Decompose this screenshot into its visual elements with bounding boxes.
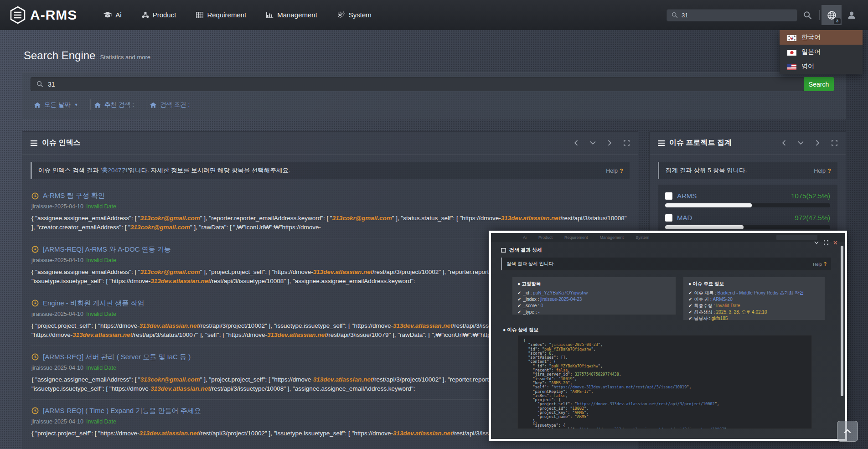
result-title-text: [ARMS-REQ] 서버 관리 ( Server 모듈 및 IaC 등 ) [43, 353, 191, 361]
filter-0[interactable]: 모든 날짜 ▼ [31, 101, 90, 109]
modal-scrollbar[interactable] [841, 246, 843, 396]
result-count-link[interactable]: 총2047건 [102, 167, 128, 174]
language-globe-button[interactable]: 3 [822, 5, 842, 25]
arms-hexagon-icon [10, 6, 26, 24]
language-option-us[interactable]: 영어 [780, 59, 863, 74]
issue-index-header: 이슈 인덱스 [22, 132, 638, 155]
search-submit-button[interactable]: Search [804, 77, 834, 91]
invalid-date-label: Invalid Date [86, 257, 116, 263]
panel-collapse-icon[interactable] [798, 141, 804, 145]
search-button[interactable] [797, 5, 817, 25]
aggregation-bar-track [665, 203, 830, 207]
main-menu: Ai Product Requirement Management System [103, 11, 372, 19]
nav-item-label: Requirement [207, 11, 246, 19]
search-icon [36, 81, 43, 88]
issue-clock-icon [31, 353, 39, 361]
graduation-cap-icon [103, 12, 112, 18]
nav-item-label: Management [277, 11, 317, 19]
issue-index-title: 이슈 인덱스 [42, 138, 80, 148]
aggregation-value: 1075(52.5%) [791, 192, 830, 200]
bar-chart-icon [266, 12, 274, 18]
detail-field: ✔최초생성 : 2025. 3. 28. 오후 4:02:10 [688, 309, 820, 315]
issue-index-notice: 이슈 인덱스 검색 결과 '총2047건'입니다. 자세한 정보를 보시려면 해… [31, 162, 630, 179]
detail-field-value: - [538, 310, 539, 315]
detail-field: ✔_score : 0 [517, 303, 671, 309]
filter-1[interactable]: 추천 검색 : [91, 101, 146, 109]
aggregation-bar-fill [665, 203, 752, 207]
nav-item-label: Ai [115, 11, 121, 19]
issue-summary-list: ✔이슈 제목 : Backend - Middle Proxy Redis 초기… [688, 290, 820, 322]
detail-field-value: 2025. 3. 28. 오후 4:02:10 [716, 310, 767, 315]
detail-field: ✔이슈 키 : ARMS-20 [688, 296, 820, 303]
invalid-date-label: Invalid Date [86, 418, 116, 425]
nav-item-system[interactable]: System [337, 11, 372, 19]
project-aggregation-notice: 집계 결과 상위 5 항목 입니다. Help? [658, 162, 837, 179]
filter-2[interactable]: 검색 조건 : [146, 101, 202, 109]
help-badge[interactable]: Help? [814, 167, 831, 174]
nav-item-label: System [349, 11, 372, 19]
panel-next-icon[interactable] [608, 140, 612, 146]
language-option-jp[interactable]: 일본어 [780, 45, 863, 59]
result-title-text: [ARMS-REQ] ( Time ) Expand 기능을 만들어 주세요 [43, 407, 201, 415]
project-aggregation-title: 이슈 프로젝트 집계 [669, 138, 732, 148]
check-icon: ✔ [517, 290, 521, 295]
help-badge[interactable]: Help? [606, 167, 623, 174]
search-result-detail-window: AiProductRequirementManagementSystem 검색 … [489, 231, 847, 441]
nav-item-ai[interactable]: Ai [103, 11, 121, 19]
user-button[interactable] [842, 5, 862, 25]
detail-field: ✔_index : jiraissue-2025-04-23 [517, 296, 671, 303]
brand-logo[interactable]: A-RMS [10, 6, 77, 24]
check-icon: ✔ [688, 310, 692, 315]
panel-prev-icon[interactable] [574, 140, 578, 146]
filter-label: 모든 날짜 [44, 101, 71, 109]
invalid-date-label: Invalid Date [86, 203, 116, 210]
table-icon [196, 12, 203, 18]
aggregation-label[interactable]: ARMS [677, 192, 697, 200]
nav-item-product[interactable]: Product [142, 11, 176, 19]
invalid-date-label: Invalid Date [86, 311, 116, 317]
modal-expand-icon[interactable] [824, 240, 828, 245]
ghost-nav-label: Requirement [564, 235, 588, 240]
ghost-search-pill [776, 235, 817, 240]
page-title: Search Engine [24, 49, 95, 62]
result-item[interactable]: A-RMS 팀 구성 확인 jiraissue-2025-04-10Invali… [31, 185, 630, 238]
language-option-kr[interactable]: 한국어 [780, 30, 863, 45]
check-icon: ✔ [517, 310, 521, 315]
scroll-to-top-button[interactable] [837, 421, 858, 442]
detail-field: ✔이슈 제목 : Backend - Middle Proxy Redis 초기… [688, 290, 820, 296]
fixed-fields-list: ✔_id : puN_YZYBaKa7OYiqwshw ✔_index : ji… [517, 290, 671, 315]
navbar-right: 31 3 [666, 0, 862, 30]
panel-next-icon[interactable] [816, 140, 820, 146]
panel-expand-icon[interactable] [624, 140, 630, 146]
aggregation-checkbox[interactable] [665, 214, 672, 222]
language-label: 일본어 [801, 48, 821, 56]
help-badge[interactable]: Help? [813, 262, 827, 267]
window-icon [501, 248, 506, 253]
panel-prev-icon[interactable] [782, 140, 786, 146]
panel-collapse-icon[interactable] [590, 141, 596, 145]
aggregation-card: ARMS 1075(52.5%) MAD 972(47.5%) [658, 185, 837, 237]
fixed-fields-card: ● 고정항목 ✔_id : puN_YZYBaKa7OYiqwshw ✔_ind… [512, 277, 676, 315]
result-title[interactable]: A-RMS 팀 구성 확인 [31, 191, 629, 200]
detail-field-value: ARMS-20 [713, 297, 733, 302]
navbar-search-input[interactable]: 31 [666, 9, 797, 21]
modal-close-icon[interactable] [833, 241, 837, 245]
modal-collapse-icon[interactable] [814, 241, 819, 244]
issue-clock-icon [31, 407, 39, 414]
issue-clock-icon [31, 299, 39, 307]
modal-controls [814, 240, 837, 245]
notification-badge: 3 [834, 18, 841, 24]
aggregation-checkbox[interactable] [665, 192, 672, 200]
panel-expand-icon[interactable] [832, 140, 837, 146]
detail-field-value: puN_YZYBaKa7OYiqwshw [533, 290, 588, 295]
check-icon: ✔ [688, 290, 692, 295]
nav-item-requirement[interactable]: Requirement [196, 11, 246, 19]
nav-item-management[interactable]: Management [266, 11, 317, 19]
detail-field-value: Backend - Middle Proxy Redis 초기화 작업 [718, 290, 804, 295]
result-title-text: A-RMS 팀 구성 확인 [43, 191, 105, 200]
main-search-input[interactable]: 31 [31, 77, 804, 91]
filter-label: 검색 조건 : [160, 101, 190, 109]
main-search-value: 31 [48, 81, 55, 88]
aggregation-label[interactable]: MAD [677, 214, 692, 222]
detail-field: ✔담당자 : gkfn185 [688, 315, 820, 322]
